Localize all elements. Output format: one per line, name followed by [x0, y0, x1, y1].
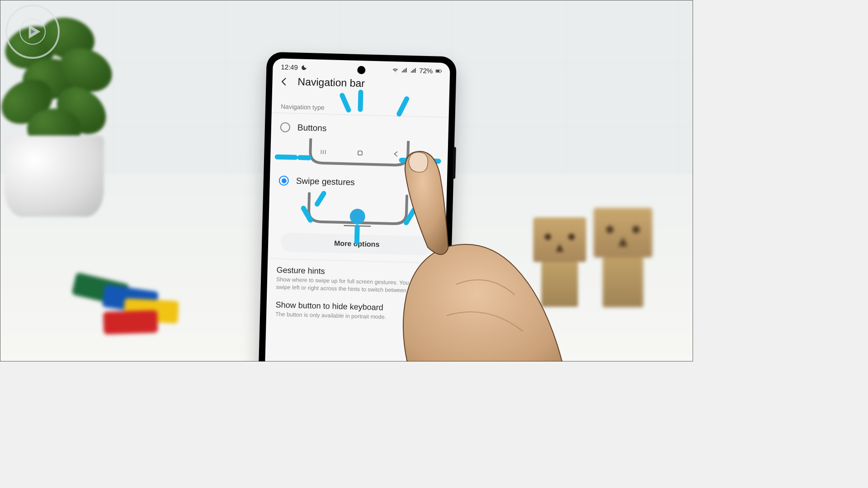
figure-decoration [594, 208, 652, 307]
phone-frame: 12:49 72% Navigation bar [258, 52, 457, 361]
section-navigation-type: Navigation type [272, 94, 449, 117]
radio-swipe-gestures[interactable] [279, 175, 289, 186]
figure-decoration-2 [533, 217, 586, 307]
setting-gesture-hints[interactable]: Gesture hints Show where to swipe up for… [267, 259, 445, 296]
gestures-preview [303, 192, 412, 230]
option-gestures-label: Swipe gestures [296, 176, 355, 187]
home-icon [357, 150, 363, 156]
play-logo-icon [17, 16, 48, 47]
battery-icon [435, 68, 442, 74]
recents-icon: III [320, 149, 326, 155]
more-options-button[interactable]: More options [281, 233, 433, 256]
svg-rect-6 [358, 151, 362, 155]
chevron-left-icon [279, 76, 289, 87]
setting-hide-keyboard[interactable]: Show button to hide keyboard The button … [266, 292, 444, 324]
option-swipe-gestures[interactable]: Swipe gestures [269, 169, 447, 192]
option-buttons[interactable]: Buttons [271, 116, 448, 139]
back-nav-icon [393, 150, 398, 157]
buttons-preview: III [305, 138, 414, 169]
channel-watermark [5, 5, 60, 59]
back-button[interactable] [278, 76, 290, 87]
dnd-moon-icon [301, 64, 307, 70]
battery-percentage: 72% [419, 66, 433, 75]
option-buttons-label: Buttons [297, 122, 327, 133]
page-title: Navigation bar [297, 75, 365, 89]
signal-icon-2 [410, 67, 416, 73]
radio-buttons[interactable] [280, 122, 291, 132]
svg-rect-4 [441, 70, 442, 72]
svg-rect-5 [436, 70, 440, 72]
wifi-icon [392, 66, 398, 73]
signal-icon [401, 67, 407, 73]
phone-screen: 12:49 72% Navigation bar [264, 58, 450, 361]
status-time: 12:49 [281, 63, 298, 71]
